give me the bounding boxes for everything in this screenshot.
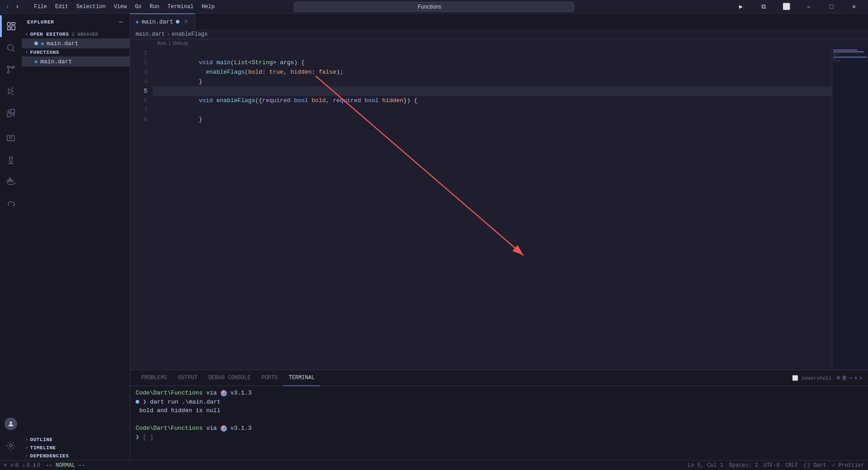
activity-docker[interactable] <box>0 171 22 193</box>
status-normal-mode: -- NORMAL -- <box>46 462 85 469</box>
error-icon: ⊘ <box>10 462 14 469</box>
close-button[interactable]: ✕ <box>844 0 864 14</box>
layout-button[interactable]: ⧉ <box>753 0 774 14</box>
open-editor-main-dart[interactable]: ◈ main.dart <box>22 38 130 48</box>
maximize-button[interactable]: □ <box>821 0 842 14</box>
line-num-8: 8 <box>134 115 147 124</box>
activity-source-control[interactable] <box>0 59 22 80</box>
term-via-2: via <box>206 424 217 433</box>
new-file-button[interactable]: ⋯ <box>118 17 124 27</box>
activity-testing[interactable] <box>0 149 22 171</box>
menu-run[interactable]: Run <box>146 3 163 11</box>
activity-settings[interactable] <box>0 435 22 456</box>
outline-section[interactable]: › OUTLINE <box>22 436 130 444</box>
nav-forward[interactable]: › <box>14 2 22 12</box>
activity-run-debug[interactable] <box>0 80 22 102</box>
term-path-1: Code\Dart\Functions <box>136 389 203 398</box>
editor-area: ◈ main.dart × main.dart › enableFlags Ru… <box>130 14 868 460</box>
menu-terminal[interactable]: Terminal <box>164 3 197 11</box>
status-prettier[interactable]: ✓ Prettier <box>832 462 864 469</box>
menu-help[interactable]: Help <box>198 3 218 11</box>
line-num-3: 3 <box>134 67 147 77</box>
outline-label: OUTLINE <box>30 437 53 442</box>
status-line-ending[interactable]: CRLF <box>785 462 798 469</box>
tab-debug-console[interactable]: DEBUG CONSOLE <box>203 370 256 386</box>
panel-tabs: PROBLEMS OUTPUT DEBUG CONSOLE PORTS TERM… <box>130 370 868 386</box>
dart-icon-2: 🎯 <box>221 425 227 432</box>
functions-section[interactable]: ▾ FUNCTIONS <box>22 48 130 56</box>
minimize-button[interactable]: – <box>798 0 819 14</box>
user-avatar[interactable] <box>5 418 17 430</box>
menu-selection[interactable]: Selection <box>73 3 109 11</box>
status-encoding[interactable]: UTF-8 <box>764 462 780 469</box>
open-editors-chevron: ▾ <box>25 32 28 37</box>
menu-go[interactable]: Go <box>131 3 145 11</box>
terminal-content[interactable]: Code\Dart\Functions via 🎯 v3.1.3 ❯ dart … <box>130 386 868 460</box>
nav-arrows: ‹ › <box>4 2 21 12</box>
avatar-icon <box>7 420 14 428</box>
activity-extensions[interactable] <box>0 102 22 124</box>
tab-terminal[interactable]: TERMINAL <box>283 370 320 386</box>
terminal-split-btn[interactable]: ⊞ <box>837 375 840 381</box>
activity-account[interactable] <box>0 413 22 435</box>
debug-link[interactable]: Debug <box>173 41 188 46</box>
status-warnings[interactable]: ⚠ 0 <box>22 462 30 469</box>
dependencies-label: DEPENDENCIES <box>30 453 69 459</box>
status-language[interactable]: () Dart <box>804 462 826 469</box>
run-split-button[interactable]: ▶ <box>731 0 751 14</box>
modified-dot <box>34 42 38 45</box>
svg-point-16 <box>9 422 12 424</box>
cloud-icon <box>6 198 16 208</box>
svg-rect-10 <box>11 109 14 113</box>
search-input[interactable] <box>294 2 574 12</box>
activity-search[interactable] <box>0 37 22 59</box>
minimap-line-2 <box>833 51 864 52</box>
term-via-1: via <box>206 389 217 398</box>
activity-cloud[interactable] <box>0 193 22 214</box>
breadcrumb-file[interactable]: main.dart <box>136 31 165 38</box>
tab-close-button[interactable]: × <box>182 18 189 25</box>
nav-back[interactable]: ‹ <box>4 2 12 12</box>
term-path-2: Code\Dart\Functions <box>136 424 203 433</box>
testing-icon <box>6 155 16 165</box>
tab-ports[interactable]: PORTS <box>256 370 283 386</box>
terminal-more-btn[interactable]: ⋯ <box>849 375 852 381</box>
activity-remote[interactable] <box>0 127 22 149</box>
status-spaces[interactable]: Spaces: 2 <box>729 462 758 469</box>
activity-explorer[interactable] <box>0 15 22 37</box>
menu-view[interactable]: View <box>110 3 131 11</box>
dart-file-icon: ◈ <box>41 40 44 47</box>
svg-rect-12 <box>7 180 9 182</box>
terminal-close-btn[interactable]: ✕ <box>859 375 863 381</box>
terminal-line-5: Code\Dart\Functions via 🎯 v3.1.3 <box>136 424 863 433</box>
svg-rect-0 <box>8 23 10 26</box>
svg-rect-13 <box>9 180 11 182</box>
status-info[interactable]: ℹ 0 <box>33 462 40 469</box>
status-bar-left: ⚡ ⊘ 0 ⚠ 0 ℹ 0 <box>4 462 40 469</box>
status-position[interactable]: Ln 5, Col 1 <box>688 462 723 469</box>
run-link[interactable]: Run <box>157 41 166 46</box>
terminal-minimize-btn[interactable]: ∧ <box>854 375 858 381</box>
panel-layout-button[interactable]: ⬜ <box>776 0 797 14</box>
status-remote-icon[interactable]: ⚡ <box>4 462 7 469</box>
svg-rect-3 <box>8 27 10 30</box>
open-editors-section[interactable]: ▾ OPEN EDITORS 1 unsaved <box>22 30 130 38</box>
timeline-section[interactable]: › TIMELINE <box>22 444 130 452</box>
svg-line-5 <box>13 50 14 52</box>
error-count: 0 <box>15 462 18 469</box>
menu-edit[interactable]: Edit <box>52 3 72 11</box>
term-cursor: [ ] <box>143 433 153 442</box>
breadcrumb-function[interactable]: enableFlags <box>172 31 208 38</box>
functions-main-dart[interactable]: ◈ main.dart <box>22 56 130 66</box>
tab-problems[interactable]: PROBLEMS <box>136 370 173 386</box>
tab-output[interactable]: OUTPUT <box>173 370 203 386</box>
status-errors[interactable]: ⊘ 0 <box>10 462 18 469</box>
code-editor[interactable]: 1 2 3 4 5 6 7 8 void main(List<String> a… <box>130 47 868 370</box>
menu-file[interactable]: File <box>30 3 51 11</box>
sidebar: EXPLORER ⋯ ▾ OPEN EDITORS 1 unsaved ◈ ma… <box>22 14 130 460</box>
term-version-1: v3.1.3 <box>231 389 252 398</box>
dependencies-section[interactable]: › DEPENDENCIES <box>22 452 130 460</box>
tab-main-dart[interactable]: ◈ main.dart × <box>130 14 195 29</box>
terminal-kill-btn[interactable]: 🗑 <box>842 375 847 381</box>
code-content[interactable]: void main(List<String> args) { enableFla… <box>153 47 832 370</box>
